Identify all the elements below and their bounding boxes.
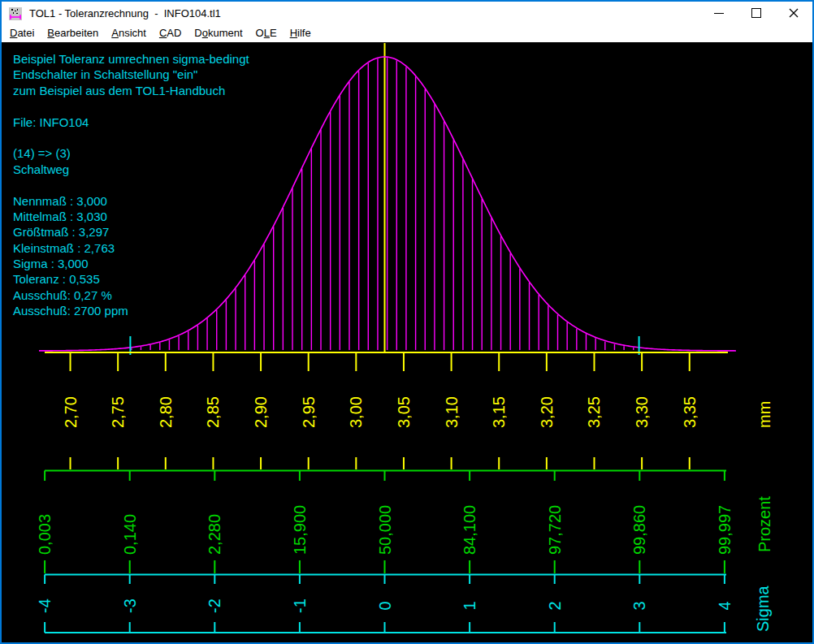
sigma-tick-label: 3 (630, 601, 648, 610)
minimize-icon (700, 2, 738, 25)
percent-tick-label: 15,900 (291, 505, 309, 555)
app-icon (9, 7, 22, 20)
menu-datei[interactable]: Datei (3, 26, 41, 41)
percent-scale: 0,0030,1402,28015,90050,00084,10097,7209… (36, 471, 773, 574)
window-controls (700, 2, 812, 25)
info-line: Toleranz : 0,535 (13, 271, 249, 287)
menu-bar: Datei Bearbeiten Ansicht CAD Dokument OL… (2, 25, 812, 42)
mm-tick-label: 3,05 (395, 396, 413, 428)
mm-tick-label: 3,20 (538, 396, 556, 428)
info-line: Nennmaß : 3,000 (13, 193, 249, 209)
menu-ansicht[interactable]: Ansicht (105, 26, 153, 41)
info-line: Sigma : 3,000 (13, 256, 249, 271)
mm-tick-label: 3,10 (443, 396, 461, 428)
info-line: Schaltweg (13, 162, 249, 177)
mm-tick-label: 3,00 (347, 396, 365, 428)
info-line: Beispiel Toleranz umrechnen sigma-beding… (13, 51, 249, 67)
menu-cad[interactable]: CAD (153, 26, 188, 41)
info-line: File: INFO104 (13, 115, 249, 130)
percent-tick-label: 84,100 (461, 505, 478, 555)
info-line (13, 98, 249, 114)
menu-dokument[interactable]: Dokument (188, 26, 249, 41)
app-window: TOL1 - Toleranzrechnung - INFO104.tl1 (0, 0, 814, 644)
percent-tick-label: 0,140 (121, 514, 139, 555)
info-line: Kleinstmaß : 2,763 (13, 240, 249, 256)
info-text-block: Beispiel Toleranz umrechnen sigma-beding… (13, 51, 249, 319)
info-line: Ausschuß: 0,27 % (13, 287, 249, 303)
mm-tick-label: 2,80 (157, 396, 175, 428)
title-bar[interactable]: TOL1 - Toleranzrechnung - INFO104.tl1 (2, 2, 812, 25)
drawing-area: 2,702,752,802,852,902,953,003,053,103,15… (2, 42, 812, 642)
percent-tick-label: 50,000 (376, 505, 394, 555)
sigma-tick-label: 1 (461, 601, 478, 610)
mm-tick-label: 3,30 (633, 396, 651, 428)
mm-tick-label: 2,95 (300, 396, 318, 428)
mm-unit-label: mm (756, 401, 773, 428)
sigma-tick-label: 0 (376, 601, 394, 610)
info-line: Größtmaß : 3,297 (13, 224, 249, 240)
info-line: zum Beispiel aus dem TOL1-Handbuch (13, 83, 249, 98)
info-line (13, 130, 249, 145)
percent-tick-label: 0,003 (36, 514, 54, 555)
close-button[interactable] (775, 2, 812, 25)
mm-tick-label: 3,25 (585, 396, 603, 428)
maximize-button[interactable] (738, 2, 775, 25)
mm-tick-label: 3,35 (681, 396, 699, 428)
percent-tick-label: 99,997 (716, 505, 734, 555)
sigma-scale: -4-3-2-101234Sigma (36, 575, 772, 633)
info-line: (14) => (3) (13, 145, 249, 161)
close-icon (775, 2, 812, 25)
menu-hilfe[interactable]: Hilfe (284, 26, 318, 41)
sigma-tick-label: -1 (291, 599, 309, 613)
menu-bearbeiten[interactable]: Bearbeiten (41, 26, 105, 41)
window-title: TOL1 - Toleranzrechnung - INFO104.tl1 (29, 7, 700, 19)
sigma-axis-label: Sigma (754, 585, 772, 632)
minimize-button[interactable] (700, 2, 738, 25)
percent-axis-label: Prozent (756, 496, 773, 552)
menu-ole[interactable]: OLE (249, 26, 284, 41)
info-line: Ausschuß: 2700 ppm (13, 303, 249, 318)
sigma-tick-label: -3 (121, 599, 139, 613)
percent-tick-label: 99,860 (630, 505, 648, 555)
percent-tick-label: 97,720 (546, 505, 564, 555)
mm-tick-label: 2,85 (204, 396, 222, 428)
mm-tick-label: 3,15 (490, 396, 508, 428)
percent-tick-label: 2,280 (206, 514, 223, 555)
info-line (13, 177, 249, 192)
info-line: Endschalter in Schaltstellung "ein" (13, 67, 249, 82)
sigma-tick-label: 2 (546, 601, 564, 610)
mm-axis: 2,702,752,802,852,902,953,003,053,103,15… (45, 352, 773, 469)
info-line: Mittelmaß : 3,030 (13, 209, 249, 224)
maximize-icon (738, 2, 775, 25)
sigma-tick-label: -2 (206, 599, 223, 613)
mm-tick-label: 2,70 (62, 396, 80, 428)
sigma-tick-label: 4 (716, 601, 734, 610)
mm-tick-label: 2,75 (109, 396, 127, 428)
mm-tick-label: 2,90 (252, 396, 270, 428)
sigma-tick-label: -4 (36, 599, 54, 613)
